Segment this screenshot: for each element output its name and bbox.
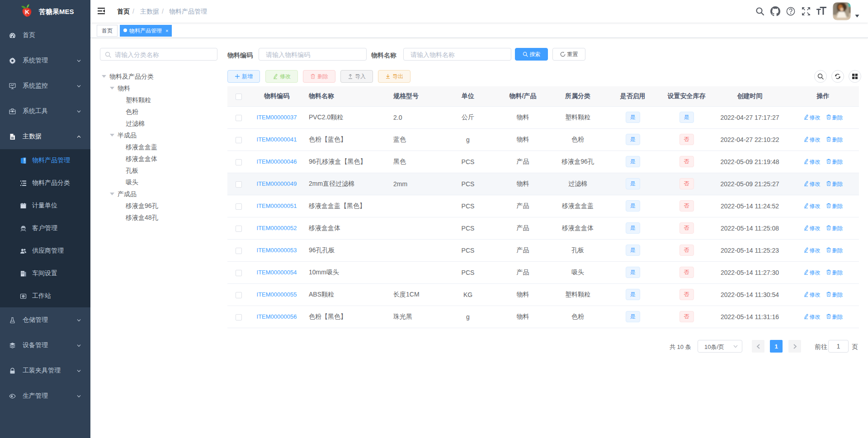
svg-text:K: K: [25, 9, 30, 15]
